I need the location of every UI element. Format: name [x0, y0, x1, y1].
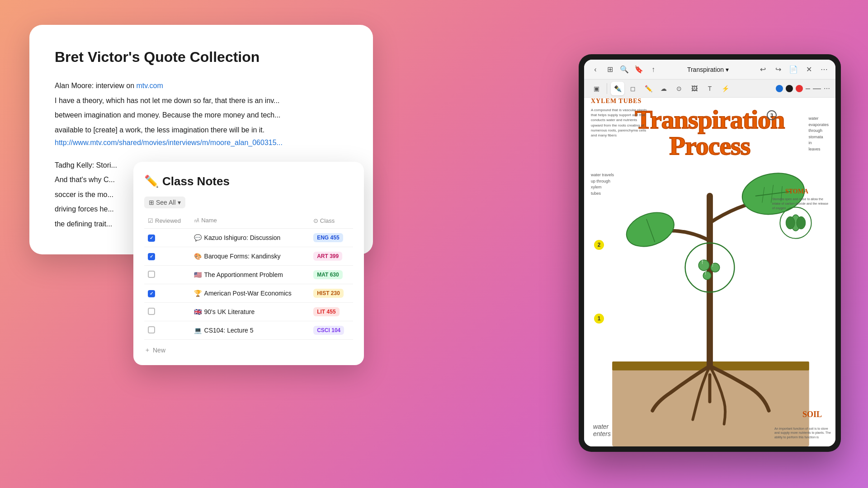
sidebar-toggle[interactable]: ▣	[590, 82, 603, 95]
checkbox-icon: ☑	[148, 217, 153, 224]
more-icon[interactable]: ⋯	[818, 64, 830, 75]
share-icon[interactable]: ↑	[647, 64, 659, 75]
right-branch	[710, 201, 764, 223]
note-name-cell: 🇬🇧90's UK Literature	[190, 303, 310, 321]
pen-tool[interactable]: ✒️	[611, 82, 624, 95]
lasso-tool[interactable]: ☁	[657, 82, 670, 95]
soil-top	[612, 361, 809, 371]
root-left1	[652, 366, 710, 411]
checkbox-cell[interactable]	[144, 321, 190, 340]
notes-card: ✏️ Class Notes ⊞ See All ▾ ☑ Reviewed ㎁ …	[133, 162, 364, 365]
line-thin[interactable]: –	[806, 84, 810, 93]
note-name-cell: 💻CS104: Lecture 5	[190, 321, 310, 340]
guard-cell2	[797, 216, 806, 229]
class-badge-cell: MAT 630	[310, 266, 353, 284]
left-branch	[635, 230, 710, 240]
author1-link[interactable]: mtv.com	[137, 82, 163, 89]
circle-num-1: 1	[594, 314, 604, 324]
checkbox-cell[interactable]	[144, 303, 190, 321]
checkbox-checked[interactable]	[148, 235, 155, 242]
divider	[607, 83, 607, 94]
checkbox-cell[interactable]	[144, 229, 190, 247]
stoma-desc: Stomata open and close to allow the inta…	[772, 197, 831, 210]
xylem-circle-main	[685, 243, 735, 292]
class-badge-cell: ART 399	[310, 247, 353, 266]
close-icon[interactable]: ✕	[803, 64, 815, 75]
redo-icon[interactable]: ↪	[772, 64, 784, 75]
class-badge: CSCI 104	[313, 326, 344, 335]
class-badge-cell: HIST 230	[310, 284, 353, 303]
arrow-up3: ↑	[704, 270, 707, 276]
water-travels-text: water travels up through xylem tubes	[591, 172, 614, 197]
guard-cell1	[786, 216, 795, 229]
checkbox-unchecked[interactable]	[148, 271, 155, 278]
chevron-down-icon: ▾	[178, 199, 181, 206]
document-title: Transpiration	[687, 66, 724, 73]
col-reviewed: ☑ Reviewed	[144, 215, 190, 229]
checkbox-unchecked[interactable]	[148, 308, 155, 315]
image-tool[interactable]: 🖼	[688, 82, 701, 95]
stoma-label: STOMA	[785, 188, 808, 195]
pencil-tool[interactable]: ✏️	[642, 82, 655, 95]
leaf-vein1	[762, 187, 764, 203]
class-badge-cell: CSCI 104	[310, 321, 353, 340]
grid-icon: ⊞	[149, 199, 154, 206]
document-icon[interactable]: 📄	[788, 64, 799, 75]
color-red[interactable]	[796, 85, 803, 92]
text-tool[interactable]: T	[703, 82, 717, 95]
line-medium[interactable]: —	[813, 84, 821, 93]
circle-num-3: 3	[767, 110, 777, 120]
color-black[interactable]	[786, 85, 793, 92]
col-name: ㎁ Name	[190, 215, 310, 229]
search-icon[interactable]: 🔍	[618, 64, 630, 75]
back-icon[interactable]: ‹	[590, 64, 601, 75]
class-badge: LIT 455	[313, 307, 339, 316]
eraser-tool[interactable]: ◻	[626, 82, 640, 95]
toolbar-right: ↩ ↪ 📄 ✕ ⋯	[757, 64, 830, 75]
class-badge-cell: LIT 455	[310, 303, 353, 321]
soil-label: SOIL	[802, 410, 822, 419]
class-badge: HIST 230	[313, 289, 344, 298]
ipad-canvas: ↑ ↑ ↑ Transpiration Process XYLEM TUBES	[584, 98, 835, 446]
quote1-body3: available to [create] a work, the less i…	[55, 124, 348, 136]
new-label: New	[153, 347, 165, 354]
stoma-circle	[780, 207, 811, 238]
checkbox-cell[interactable]	[144, 247, 190, 266]
class-badge: MAT 630	[313, 270, 342, 279]
table-row: 🇬🇧90's UK Literature LIT 455	[144, 303, 353, 321]
col-class: ⊙ Class	[310, 215, 353, 229]
checkbox-cell[interactable]	[144, 266, 190, 284]
quote-author1-line: Alan Moore: interview on mtv.com	[55, 80, 348, 92]
left-leaf	[622, 206, 679, 253]
arrow-up2: ↑	[712, 262, 714, 268]
xylem-desc: A compound that is vascular plants that …	[591, 108, 650, 138]
grid-icon[interactable]: ⊞	[604, 64, 616, 75]
note-name-cell: 🇺🇸The Apportionment Problem	[190, 266, 310, 284]
action-tool[interactable]: ⚡	[718, 82, 732, 95]
checkbox-unchecked[interactable]	[148, 326, 155, 333]
root-right1	[710, 366, 725, 424]
see-all-label: See All	[156, 199, 176, 206]
bookmark-icon[interactable]: 🔖	[633, 64, 645, 75]
checkbox-checked[interactable]	[148, 253, 155, 260]
class-badge: ENG 455	[313, 233, 343, 242]
see-all-button[interactable]: ⊞ See All ▾	[144, 197, 185, 208]
dropdown-arrow: ▾	[726, 66, 729, 73]
toolbar-left: ‹ ⊞ 🔍 🔖 ↑	[590, 64, 659, 75]
ipad-draw-toolbar: ▣ ✒️ ◻ ✏️ ☁ ⊙ 🖼 T ⚡ – — ⋯	[584, 80, 835, 98]
stoma-opening	[791, 215, 800, 231]
ipad-device: ‹ ⊞ 🔍 🔖 ↑ Transpiration ▾ ↩ ↪ 📄 ✕ ⋯	[579, 54, 841, 452]
shape-tool[interactable]: ⊙	[672, 82, 686, 95]
undo-icon[interactable]: ↩	[757, 64, 769, 75]
new-note-button[interactable]: ＋ New	[144, 346, 165, 354]
water-enters-text: water enters	[593, 423, 611, 437]
quote1-url[interactable]: http://www.mtv.com/shared/movies/intervi…	[55, 139, 348, 147]
more-options[interactable]: ⋯	[824, 85, 830, 92]
author1-text: Alan Moore: interview on	[55, 82, 137, 89]
checkbox-checked[interactable]	[148, 290, 155, 297]
color-blue[interactable]	[776, 85, 783, 92]
checkbox-cell[interactable]	[144, 284, 190, 303]
ipad-screen: ‹ ⊞ 🔍 🔖 ↑ Transpiration ▾ ↩ ↪ 📄 ✕ ⋯	[584, 60, 835, 446]
pencil-icon: ✏️	[144, 174, 159, 188]
water-evap-text: water evaporates through stomata in leav…	[808, 116, 829, 152]
